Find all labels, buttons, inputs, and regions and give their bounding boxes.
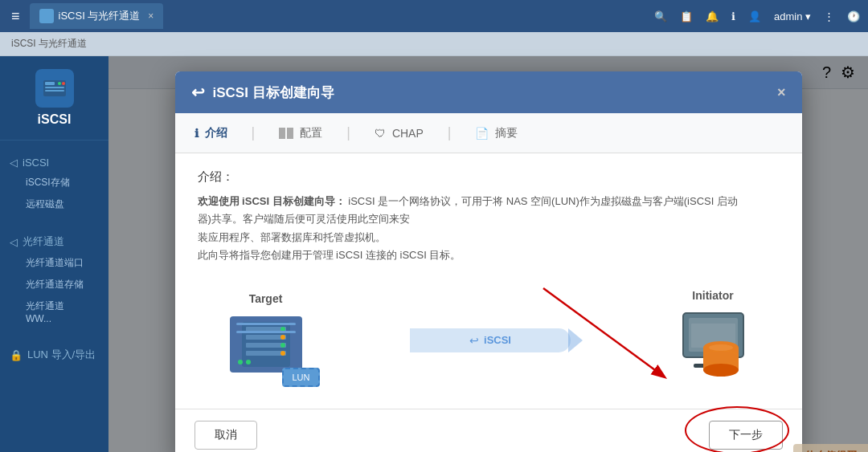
menu-icon[interactable]: ≡ <box>8 5 23 28</box>
dialog-overlay: ↩ iSCSI 目标创建向导 × ℹ 介绍 | <box>108 56 868 452</box>
arrow-area: ↩ iSCSI <box>302 320 679 360</box>
svg-point-13 <box>280 343 285 348</box>
bell-icon[interactable]: 🔔 <box>706 10 719 22</box>
nas-server-icon <box>230 316 302 373</box>
active-tab[interactable]: iSCSI 与光纤通道 × <box>30 3 164 29</box>
user-icon[interactable]: 👤 <box>748 10 761 22</box>
svg-point-5 <box>62 82 65 85</box>
description-line3: 此向导将指导您创建用于管理 iSCSI 连接的 iSCSI 目标。 <box>198 249 461 261</box>
dialog-close-button[interactable]: × <box>777 84 786 101</box>
sidebar-brand-text: iSCSI <box>38 112 72 127</box>
cancel-button[interactable]: 取消 <box>194 421 257 450</box>
welcome-title: 欢迎使用 iSCSI 目标创建向导： <box>198 195 346 207</box>
svg-rect-9 <box>246 343 286 348</box>
initiator-illustration: Initiator <box>679 289 747 375</box>
next-button[interactable]: 下一步 <box>709 421 783 450</box>
watermark: 什么值得买 <box>793 444 868 452</box>
sidebar-item-fiber-port[interactable]: 光纤通道端口 <box>10 252 99 274</box>
svg-rect-8 <box>246 335 286 340</box>
svg-point-11 <box>280 327 285 332</box>
topbar-right: 🔍 📋 🔔 ℹ 👤 admin ▾ ⋮ 🕐 <box>654 10 860 22</box>
wizard-step-chap[interactable]: 🛡 CHAP <box>375 127 424 140</box>
step-config-label: 配置 <box>300 126 322 140</box>
svg-rect-7 <box>246 327 286 332</box>
tab-label: iSCSI 与光纤通道 <box>59 9 141 23</box>
sidebar-item-fiber[interactable]: ◁ 光纤通道 <box>10 231 99 252</box>
username-label[interactable]: admin ▾ <box>774 10 811 22</box>
step-divider-3: | <box>448 124 452 141</box>
wizard-step-summary[interactable]: 📄 摘要 <box>475 126 518 140</box>
svg-point-14 <box>280 351 285 356</box>
section-title: 介绍： <box>198 169 780 185</box>
dialog-header: ↩ iSCSI 目标创建向导 × <box>175 71 802 113</box>
database-icon <box>701 340 741 387</box>
more-icon[interactable]: ⋮ <box>824 10 834 22</box>
dialog-footer: 取消 下一步 <box>175 409 802 452</box>
task-icon[interactable]: 📋 <box>680 10 693 22</box>
sidebar-item-lun[interactable]: 🔒 LUN 导入/导出 <box>10 344 99 365</box>
nas-dot-1 <box>238 360 243 364</box>
svg-point-12 <box>280 335 285 340</box>
iscsi-arrow-label: iSCSI <box>484 334 511 346</box>
sidebar-brand: iSCSI <box>0 56 108 140</box>
clock-icon: 🕐 <box>847 10 860 22</box>
sidebar-nav: ◁ iSCSI iSCSI存储 远程磁盘 ◁ 光纤通道 光纤通道端口 光纤通道存… <box>0 140 108 375</box>
sidebar-item-iscsi-storage[interactable]: iSCSI存储 <box>10 172 99 193</box>
search-icon[interactable]: 🔍 <box>654 10 667 22</box>
breadcrumb: iSCSI 与光纤通道 <box>0 32 868 56</box>
svg-rect-2 <box>45 87 64 88</box>
wizard-steps: ℹ 介绍 | 配置 | 🛡 CHAP <box>175 113 802 153</box>
sidebar-item-iscsi[interactable]: ◁ iSCSI <box>10 153 99 172</box>
content-area: ? ⚙ ↩ iSCSI 目标创建向导 × ℹ 介绍 | <box>108 56 868 452</box>
info-icon[interactable]: ℹ <box>731 10 735 22</box>
tab-icon <box>39 9 54 23</box>
sidebar-section-lun: 🔒 LUN 导入/导出 <box>0 332 108 369</box>
topbar: ≡ iSCSI 与光纤通道 × 🔍 📋 🔔 ℹ 👤 admin ▾ ⋮ 🕐 <box>0 0 868 32</box>
step-intro-label: 介绍 <box>205 126 227 140</box>
iscsi-section-icon: ◁ <box>10 157 18 169</box>
dialog-description: 欢迎使用 iSCSI 目标创建向导： iSCSI 是一个网络协议，可用于将 NA… <box>198 193 744 263</box>
step-chap-label: CHAP <box>392 127 424 140</box>
sidebar-item-fiber-ww[interactable]: 光纤通道 WW... <box>10 295 99 328</box>
sidebar-section-fiber: ◁ 光纤通道 光纤通道端口 光纤通道存储 光纤通道 WW... <box>0 218 108 332</box>
svg-point-22 <box>703 364 739 377</box>
fiber-section-icon: ◁ <box>10 236 18 248</box>
sidebar: iSCSI ◁ iSCSI iSCSI存储 远程磁盘 ◁ 光纤通道 光纤通道端口… <box>0 56 108 452</box>
arrow-head <box>568 328 583 352</box>
svg-rect-10 <box>246 351 286 356</box>
tab-close-icon[interactable]: × <box>148 10 154 22</box>
step-chap-icon: 🛡 <box>375 127 386 140</box>
svg-point-25 <box>703 351 739 364</box>
sidebar-item-remote-disk[interactable]: 远程磁盘 <box>10 193 99 215</box>
main-area: iSCSI ◁ iSCSI iSCSI存储 远程磁盘 ◁ 光纤通道 光纤通道端口… <box>0 56 868 452</box>
svg-rect-1 <box>45 82 55 85</box>
svg-point-23 <box>709 344 733 351</box>
wizard-step-config[interactable]: 配置 <box>279 126 322 140</box>
dialog-header-icon: ↩ <box>191 83 205 102</box>
target-label: Target <box>249 292 283 305</box>
svg-rect-3 <box>45 90 64 92</box>
svg-point-4 <box>58 82 61 85</box>
dialog-body: 介绍： 欢迎使用 iSCSI 目标创建向导： iSCSI 是一个网络协议，可用于… <box>175 153 802 408</box>
brand-icon <box>35 69 74 108</box>
arrow-body: ↩ iSCSI <box>410 328 571 352</box>
initiator-label: Initiator <box>692 289 733 302</box>
wizard-step-intro[interactable]: ℹ 介绍 <box>194 126 227 140</box>
nas-dot-2 <box>246 360 251 364</box>
initiator-group <box>679 312 747 375</box>
iscsi-wizard-dialog: ↩ iSCSI 目标创建向导 × ℹ 介绍 | <box>175 71 802 452</box>
description-line2: 装应用程序、部署数据库和托管虚拟机。 <box>198 231 386 243</box>
step-divider-2: | <box>346 124 350 141</box>
step-intro-icon: ℹ <box>194 127 199 140</box>
illustration: Target <box>198 264 780 393</box>
sidebar-item-fiber-storage[interactable]: 光纤通道存储 <box>10 274 99 295</box>
next-button-container: 下一步 <box>709 421 783 450</box>
step-summary-icon: 📄 <box>475 127 489 140</box>
target-illustration: Target <box>230 292 302 373</box>
step-divider-1: | <box>252 124 256 141</box>
dialog-title: iSCSI 目标创建向导 <box>213 83 334 102</box>
nas-dots <box>238 360 251 364</box>
iscsi-arrow: ↩ iSCSI <box>410 320 571 360</box>
iscsi-arrow-icon: ↩ <box>469 334 479 347</box>
sidebar-section-iscsi: ◁ iSCSI iSCSI存储 远程磁盘 <box>0 147 108 218</box>
